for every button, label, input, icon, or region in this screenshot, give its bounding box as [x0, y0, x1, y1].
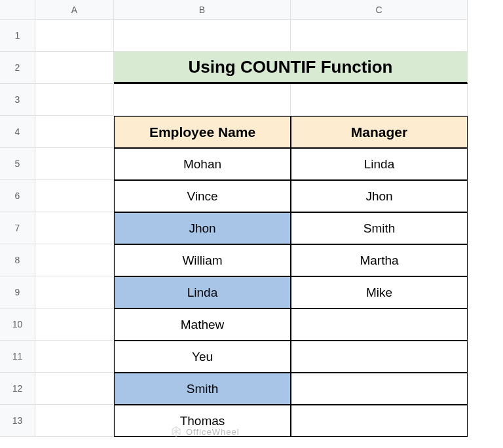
row-header-5[interactable]: 5: [0, 148, 35, 180]
cell-a11[interactable]: [35, 341, 114, 373]
cell-a4[interactable]: [35, 116, 114, 148]
watermark-icon: [170, 426, 182, 438]
cell-a8[interactable]: [35, 244, 114, 276]
cell-c8[interactable]: Martha: [291, 244, 468, 276]
watermark: OfficeWheel: [170, 426, 240, 438]
title-cell[interactable]: Using COUNTIF Function: [114, 52, 468, 84]
row-header-7[interactable]: 7: [0, 212, 35, 244]
cell-c3[interactable]: [291, 84, 468, 116]
cell-c11[interactable]: [291, 341, 468, 373]
cell-c12[interactable]: [291, 373, 468, 405]
watermark-text: OfficeWheel: [186, 427, 240, 437]
cell-a3[interactable]: [35, 84, 114, 116]
table-header-employee[interactable]: Employee Name: [114, 116, 291, 148]
cell-a6[interactable]: [35, 180, 114, 212]
cell-a5[interactable]: [35, 148, 114, 180]
cell-a13[interactable]: [35, 405, 114, 437]
row-header-3[interactable]: 3: [0, 84, 35, 116]
cell-c1[interactable]: [291, 20, 468, 52]
row-header-4[interactable]: 4: [0, 116, 35, 148]
cell-b7[interactable]: Jhon: [114, 212, 291, 244]
row-header-9[interactable]: 9: [0, 276, 35, 308]
cell-b1[interactable]: [114, 20, 291, 52]
row-header-1[interactable]: 1: [0, 20, 35, 52]
cell-b5[interactable]: Mohan: [114, 148, 291, 180]
row-header-8[interactable]: 8: [0, 244, 35, 276]
cell-c7[interactable]: Smith: [291, 212, 468, 244]
col-header-c[interactable]: C: [291, 0, 468, 20]
col-header-b[interactable]: B: [114, 0, 291, 20]
spreadsheet-grid: A B C 1 2 Using COUNTIF Function 3 4 Emp…: [0, 0, 503, 437]
cell-c5[interactable]: Linda: [291, 148, 468, 180]
row-header-6[interactable]: 6: [0, 180, 35, 212]
cell-b12[interactable]: Smith: [114, 373, 291, 405]
grid-corner: [0, 0, 35, 20]
cell-a12[interactable]: [35, 373, 114, 405]
col-header-a[interactable]: A: [35, 0, 114, 20]
cell-c9[interactable]: Mike: [291, 276, 468, 308]
cell-b8[interactable]: William: [114, 244, 291, 276]
cell-a9[interactable]: [35, 276, 114, 308]
cell-c10[interactable]: [291, 308, 468, 341]
row-header-11[interactable]: 11: [0, 341, 35, 373]
cell-b6[interactable]: Vince: [114, 180, 291, 212]
cell-b3[interactable]: [114, 84, 291, 116]
cell-a10[interactable]: [35, 308, 114, 341]
cell-b9[interactable]: Linda: [114, 276, 291, 308]
table-header-manager[interactable]: Manager: [291, 116, 468, 148]
cell-a2[interactable]: [35, 52, 114, 84]
row-header-12[interactable]: 12: [0, 373, 35, 405]
cell-b10[interactable]: Mathew: [114, 308, 291, 341]
row-header-13[interactable]: 13: [0, 405, 35, 437]
row-header-10[interactable]: 10: [0, 308, 35, 341]
cell-c13[interactable]: [291, 405, 468, 437]
cell-b11[interactable]: Yeu: [114, 341, 291, 373]
cell-c6[interactable]: Jhon: [291, 180, 468, 212]
cell-a7[interactable]: [35, 212, 114, 244]
row-header-2[interactable]: 2: [0, 52, 35, 84]
cell-a1[interactable]: [35, 20, 114, 52]
